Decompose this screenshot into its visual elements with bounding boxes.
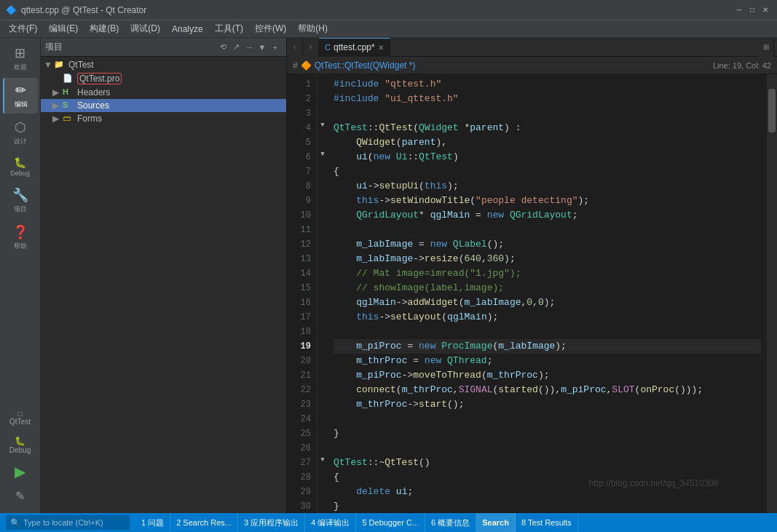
window-controls: ─ □ ✕ [733, 4, 771, 16]
fold-indicator: ▼ [317, 482, 328, 496]
fold-indicator: ▼ [317, 380, 328, 394]
code-line: { [334, 470, 761, 485]
sync-button[interactable]: ↗ [229, 41, 242, 54]
status-item-compile[interactable]: 4 编译输出 [305, 513, 356, 532]
menu-item-b[interactable]: 构建(B) [84, 21, 125, 36]
edit-icon: ✏ [15, 82, 26, 98]
tree-item-pro[interactable]: 📄 QtTest.pro [41, 71, 286, 86]
tab-qttest-cpp[interactable]: C qttest.cpp* ✕ [319, 38, 390, 57]
sidebar-run-session[interactable]: □ QtTest [3, 405, 38, 430]
line-number: 24 [287, 412, 311, 426]
status-item-app-output[interactable]: 3 应用程序输出 [238, 513, 305, 532]
editor-expand-button[interactable]: ⊞ [758, 38, 774, 57]
sidebar-item-debug[interactable]: 🐛 Debug [3, 152, 38, 181]
sidebar-item-project[interactable]: 🔧 项目 [3, 183, 38, 218]
line-number: 8 [287, 179, 311, 194]
code-line: #include "ui_qttest.h" [334, 92, 761, 106]
status-item-debugger[interactable]: 5 Debugger C... [356, 513, 425, 532]
sidebar-item-design[interactable]: ⬡ 设计 [3, 115, 38, 151]
sidebar-item-welcome[interactable]: ⊞ 欢迎 [3, 41, 38, 76]
fold-indicator: ▼ [317, 234, 328, 249]
code-line: qglMain->addWidget(m_labImage,0,0); [334, 295, 761, 310]
main-layout: ⊞ 欢迎 ✏ 编辑 ⬡ 设计 🐛 Debug 🔧 项目 ❓ 帮助 □ QtTes… [0, 38, 777, 513]
menu-item-f[interactable]: 文件(F) [3, 21, 43, 36]
code-line: QtTest::~QtTest() [334, 456, 761, 470]
code-line: QGridLayout* qglMain = new QGridLayout; [334, 208, 761, 223]
locate-input[interactable] [23, 518, 125, 527]
fold-indicator: ▼ [317, 496, 328, 511]
status-item-test[interactable]: 8 Test Results [516, 513, 578, 532]
close-button[interactable]: ✕ [760, 4, 771, 16]
sidebar-label-edit: 编辑 [15, 100, 28, 109]
code-line: QtTest::QtTest(QWidget *parent) : [334, 121, 761, 135]
sidebar-item-edit[interactable]: ✏ 编辑 [3, 78, 38, 114]
code-line: ui(new Ui::QtTest) [334, 150, 761, 164]
line-number: 26 [287, 441, 311, 456]
code-line: // showImage(label,image); [334, 281, 761, 295]
sidebar-run-button[interactable]: ▶ [3, 460, 38, 483]
tree-arrow-sources: ▶ [52, 100, 63, 111]
sidebar-build-button[interactable]: ✎ [3, 485, 38, 507]
menu-bar: 文件(F)编辑(E)构建(B)调试(D)Analyze工具(T)控件(W)帮助(… [0, 20, 777, 38]
fold-indicator[interactable]: ▼ [317, 147, 328, 162]
menu-item-t[interactable]: 工具(T) [209, 21, 249, 36]
tab-nav-back[interactable]: ‹ [287, 38, 303, 57]
folder-icon: 📁 [54, 60, 66, 70]
status-item-summary[interactable]: 6 概要信息 [425, 513, 476, 532]
maximize-button[interactable]: □ [746, 4, 758, 16]
menu-item-e[interactable]: 编辑(E) [43, 21, 84, 36]
fold-indicator[interactable]: ▼ [317, 453, 328, 467]
tree-item-headers[interactable]: ▶ H Headers [41, 86, 286, 99]
tree-item-forms[interactable]: ▶ 🗃 Forms [41, 112, 286, 125]
menu-item-d[interactable]: 调试(D) [125, 21, 166, 36]
fold-indicator: ▼ [317, 336, 328, 351]
line-number: 25 [287, 426, 311, 441]
code-line: // Mat image=imread("1.jpg"); [334, 266, 761, 281]
search-icon: 🔍 [10, 518, 20, 528]
tree-label-forms: Forms [77, 114, 102, 124]
tree-item-qttest[interactable]: ▼ 📁 QtTest [41, 58, 286, 71]
scrollbar-thumb[interactable] [768, 89, 776, 132]
tree-item-sources[interactable]: ▶ S Sources [41, 99, 286, 112]
tree-label-qttest: QtTest [68, 60, 94, 70]
tab-nav-forward[interactable]: › [303, 38, 319, 57]
fold-indicator: ▼ [317, 351, 328, 365]
run-icon: ▶ [15, 463, 25, 480]
sidebar-label-debug: Debug [10, 170, 30, 177]
status-locate-search[interactable]: 🔍 [6, 515, 130, 530]
tab-close-icon[interactable]: ✕ [378, 44, 384, 52]
status-item-problems[interactable]: 1 问题 [135, 513, 170, 532]
tree-arrow-qttest: ▼ [44, 60, 54, 70]
line-number: 28 [287, 470, 311, 485]
menu-item-analyze[interactable]: Analyze [166, 23, 209, 36]
add-button[interactable]: + [269, 41, 282, 54]
line-number: 18 [287, 325, 311, 339]
fold-indicator: ▼ [317, 394, 328, 409]
sidebar-debug-session[interactable]: 🐛 Debug [3, 432, 38, 458]
fold-indicator: ▼ [317, 278, 328, 293]
code-line [334, 325, 761, 339]
sidebar-label-help: 帮助 [14, 242, 27, 251]
filter-button[interactable]: ⟲ [216, 41, 229, 54]
status-item-search-label[interactable]: Search [476, 513, 516, 532]
code-content[interactable]: #include "qttest.h"#include "ui_qttest.h… [328, 74, 767, 513]
fold-indicator: ▼ [317, 89, 328, 103]
fold-indicators: ▼▼▼▼▼▼▼▼▼▼▼▼▼▼▼▼▼▼▼▼▼▼▼▼▼▼▼▼▼▼▼▼▼▼ [317, 74, 328, 513]
code-line: m_thrProc = new QThread; [334, 354, 761, 368]
expand-button[interactable]: ▼ [256, 41, 269, 54]
sidebar-item-help[interactable]: ❓ 帮助 [3, 220, 38, 255]
headers-icon: H [63, 87, 74, 98]
minimize-button[interactable]: ─ [733, 4, 745, 16]
menu-item-h[interactable]: 帮助(H) [292, 21, 334, 36]
fold-indicator: ▼ [317, 293, 328, 307]
vertical-scrollbar[interactable] [767, 74, 777, 513]
fold-indicator[interactable]: ▼ [317, 118, 328, 132]
location-bar: # 🔶 QtTest::QtTest(QWidget *) Line: 19, … [287, 57, 777, 74]
collapse-button[interactable]: → [242, 41, 256, 54]
tree-arrow-forms: ▶ [52, 114, 63, 124]
menu-item-w[interactable]: 控件(W) [249, 21, 292, 36]
sidebar-label-design: 设计 [14, 137, 27, 146]
fold-indicator: ▼ [317, 467, 328, 482]
session-icon: □ [17, 410, 22, 418]
status-item-search[interactable]: 2 Search Res... [170, 513, 238, 532]
